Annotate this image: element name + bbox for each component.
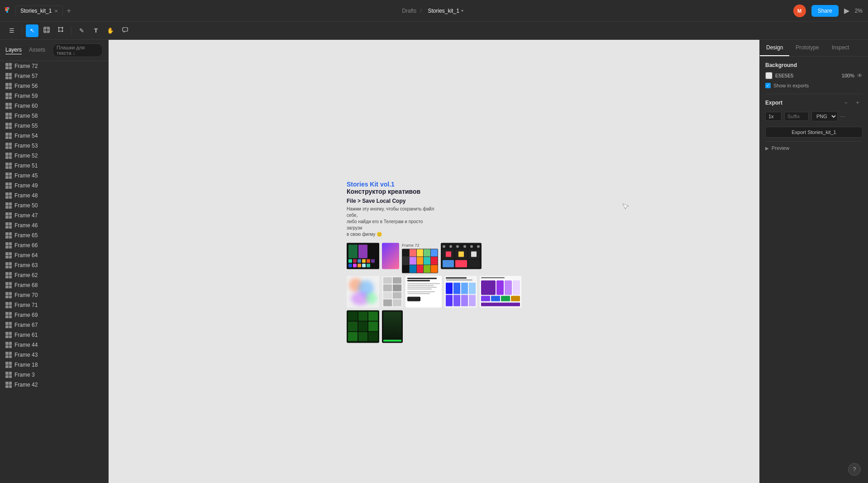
plugin-tab[interactable]: Плашки для текста ↓: [52, 43, 103, 57]
preview-section[interactable]: ▶ Preview: [765, 145, 863, 151]
layer-item[interactable]: Frame 57: [0, 71, 108, 81]
layer-item[interactable]: Frame 51: [0, 161, 108, 171]
export-section-row: Export: [765, 98, 863, 108]
layer-item[interactable]: Frame 65: [0, 230, 108, 240]
divider-2: [765, 141, 863, 142]
frame-thumb-3[interactable]: [402, 249, 438, 273]
layer-grid-icon: [5, 133, 12, 139]
layer-item[interactable]: Frame 58: [0, 111, 108, 121]
layer-name: Frame 56: [14, 83, 38, 89]
layer-item[interactable]: Frame 3: [0, 370, 108, 380]
layer-item[interactable]: Frame 68: [0, 280, 108, 290]
design-subtitle: File > Save Local Copy: [347, 197, 521, 204]
layer-grid-icon: [5, 83, 12, 89]
eye-icon[interactable]: 👁: [857, 72, 863, 79]
tab-assets[interactable]: Assets: [29, 47, 45, 54]
layer-item[interactable]: Frame 67: [0, 320, 108, 330]
layer-item[interactable]: Frame 50: [0, 201, 108, 210]
layer-item[interactable]: Frame 59: [0, 91, 108, 101]
export-more-button[interactable]: ···: [840, 113, 845, 120]
layer-item[interactable]: Frame 47: [0, 210, 108, 220]
layer-item[interactable]: Frame 49: [0, 181, 108, 191]
main-menu-button[interactable]: ☰: [5, 24, 18, 37]
background-color-hex[interactable]: E5E5E5: [775, 73, 839, 78]
project-name-dropdown[interactable]: Stories_kit_1 ▾: [425, 6, 466, 16]
canvas-content: Stories Kit vol.1 Конструктор креативов …: [338, 171, 530, 352]
layer-name: Frame 59: [14, 93, 38, 99]
move-tool-button[interactable]: ↖: [26, 24, 38, 37]
layer-item[interactable]: Frame 18: [0, 360, 108, 370]
avatar[interactable]: M: [793, 5, 806, 17]
pen-tool-button[interactable]: ✎: [75, 24, 88, 37]
layer-item[interactable]: Frame 53: [0, 141, 108, 151]
preview-arrow-icon: ▶: [765, 146, 769, 151]
share-button[interactable]: Share: [811, 5, 839, 17]
layer-item[interactable]: Frame 71: [0, 300, 108, 310]
layer-item[interactable]: Frame 63: [0, 260, 108, 270]
layer-item[interactable]: Frame 61: [0, 330, 108, 340]
layer-grid-icon: [5, 342, 12, 348]
help-button[interactable]: ?: [848, 463, 861, 476]
export-stories-button[interactable]: Export Stories_kit_1: [765, 127, 863, 138]
text-tool-button[interactable]: T: [90, 24, 102, 37]
frame-thumb-6[interactable]: [382, 276, 403, 307]
breadcrumb-drafts[interactable]: Drafts: [402, 8, 416, 14]
active-tab[interactable]: Stories_kit_1 ✕: [15, 5, 63, 16]
layer-item[interactable]: Frame 54: [0, 131, 108, 141]
hand-tool-button[interactable]: ✋: [104, 24, 117, 37]
layer-item[interactable]: Frame 43: [0, 350, 108, 360]
tab-design[interactable]: Design: [760, 40, 789, 56]
layer-grid-icon: [5, 232, 12, 239]
layer-item[interactable]: Frame 52: [0, 151, 108, 161]
layer-item[interactable]: Frame 64: [0, 250, 108, 260]
frame-thumb-1[interactable]: [347, 243, 379, 269]
layer-item[interactable]: Frame 45: [0, 171, 108, 181]
layer-item[interactable]: Frame 44: [0, 340, 108, 350]
export-format-select[interactable]: PNG JPG SVG PDF: [811, 111, 838, 121]
design-title-2: Конструктор креативов: [347, 187, 521, 195]
play-button[interactable]: ▶: [844, 6, 849, 15]
layer-item[interactable]: Frame 42: [0, 380, 108, 390]
canvas-area[interactable]: Stories Kit vol.1 Конструктор креативов …: [109, 40, 759, 483]
frame-tool-button[interactable]: [40, 24, 53, 37]
layer-grid-icon: [5, 382, 12, 388]
background-opacity[interactable]: 100%: [842, 73, 854, 78]
layer-item[interactable]: Frame 60: [0, 101, 108, 111]
tab-close-icon[interactable]: ✕: [54, 9, 58, 14]
background-color-swatch[interactable]: [765, 72, 773, 79]
export-minus-button[interactable]: [841, 98, 851, 108]
tab-layers[interactable]: Layers: [5, 47, 22, 54]
frame-thumb-5[interactable]: [347, 276, 379, 307]
layer-item[interactable]: Frame 56: [0, 81, 108, 91]
export-suffix-input[interactable]: [784, 112, 809, 121]
layer-item[interactable]: Frame 69: [0, 310, 108, 320]
frame-thumb-2[interactable]: [382, 243, 399, 269]
frame-thumb-11[interactable]: [382, 310, 403, 343]
layer-item[interactable]: Frame 46: [0, 220, 108, 230]
layer-item[interactable]: Frame 55: [0, 121, 108, 131]
transform-tool-button[interactable]: [55, 24, 67, 37]
tab-prototype[interactable]: Prototype: [789, 40, 825, 56]
tab-inspect[interactable]: Inspect: [825, 40, 856, 56]
frame-thumb-8[interactable]: [444, 276, 477, 307]
svg-point-7: [62, 27, 63, 29]
show-in-exports-checkbox[interactable]: [765, 83, 771, 88]
layer-item[interactable]: Frame 70: [0, 290, 108, 300]
export-scale-input[interactable]: [765, 112, 782, 121]
comment-tool-button[interactable]: [119, 24, 131, 37]
layer-item[interactable]: Frame 66: [0, 240, 108, 250]
divider-1: [765, 94, 863, 94]
layer-item[interactable]: Frame 48: [0, 191, 108, 201]
frame-thumb-7[interactable]: [405, 276, 442, 307]
layer-item[interactable]: Frame 62: [0, 270, 108, 280]
add-tab-button[interactable]: +: [65, 7, 72, 15]
frame-label: Frame 72: [402, 243, 438, 247]
frame-thumb-10[interactable]: [347, 310, 379, 343]
layer-item[interactable]: Frame 72: [0, 61, 108, 71]
window-topbar: Stories_kit_1 ✕ + Drafts / Stories_kit_1…: [0, 0, 868, 22]
zoom-label[interactable]: 2%: [855, 8, 863, 14]
frame-thumb-9[interactable]: [480, 276, 521, 307]
layer-name: Frame 49: [14, 182, 38, 189]
frame-thumb-4[interactable]: [441, 243, 482, 269]
export-plus-button[interactable]: [853, 98, 863, 108]
